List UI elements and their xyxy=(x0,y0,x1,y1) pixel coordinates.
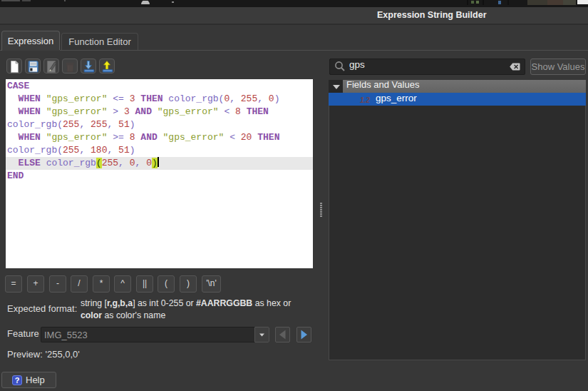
svg-text:?: ? xyxy=(15,376,20,385)
